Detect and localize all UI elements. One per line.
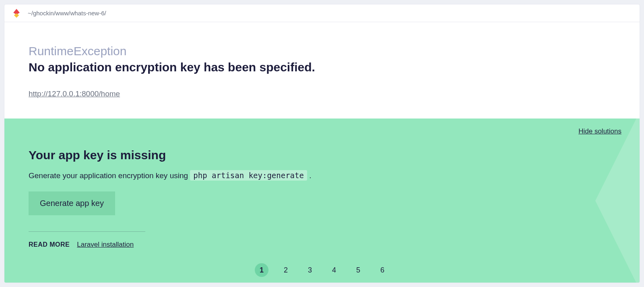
request-url: http://127.0.0.1:8000/home [29, 89, 615, 98]
readmore-label: READ MORE [29, 241, 70, 248]
exception-type: RuntimeException [29, 44, 615, 58]
pager-item-4[interactable]: 4 [327, 263, 341, 277]
generate-app-key-button[interactable]: Generate app key [29, 191, 115, 215]
topbar: ~/ghockin/www/whats-new-6/ [4, 4, 640, 22]
solution-description: Generate your application encryption key… [29, 171, 615, 180]
pager-item-2[interactable]: 2 [279, 263, 293, 277]
solution-desc-prefix: Generate your application encryption key… [29, 171, 190, 180]
readmore-link[interactable]: Laravel installation [77, 241, 134, 249]
readmore-row: READ MORE Laravel installation [29, 241, 615, 249]
solution-desc-suffix: . [307, 171, 312, 180]
exception-panel: RuntimeException No application encrypti… [4, 22, 640, 119]
solution-pager: 123456 [255, 263, 389, 277]
pager-item-3[interactable]: 3 [303, 263, 317, 277]
pager-item-1[interactable]: 1 [255, 263, 268, 277]
ignition-logo-icon [13, 8, 21, 18]
hide-solutions-link[interactable]: Hide solutions [578, 127, 621, 135]
readmore-separator [29, 231, 145, 232]
solution-title: Your app key is missing [29, 148, 615, 162]
decoration-triangle [595, 119, 640, 283]
project-path: ~/ghockin/www/whats-new-6/ [28, 10, 106, 17]
request-url-link[interactable]: http://127.0.0.1:8000/home [29, 89, 120, 98]
solution-panel: Hide solutions Your app key is missing G… [4, 119, 640, 283]
pager-item-6[interactable]: 6 [376, 263, 389, 277]
exception-message: No application encryption key has been s… [29, 60, 615, 74]
error-card: ~/ghockin/www/whats-new-6/ RuntimeExcept… [4, 4, 640, 283]
solution-command-code: php artisan key:generate [190, 170, 307, 181]
pager-item-5[interactable]: 5 [351, 263, 365, 277]
